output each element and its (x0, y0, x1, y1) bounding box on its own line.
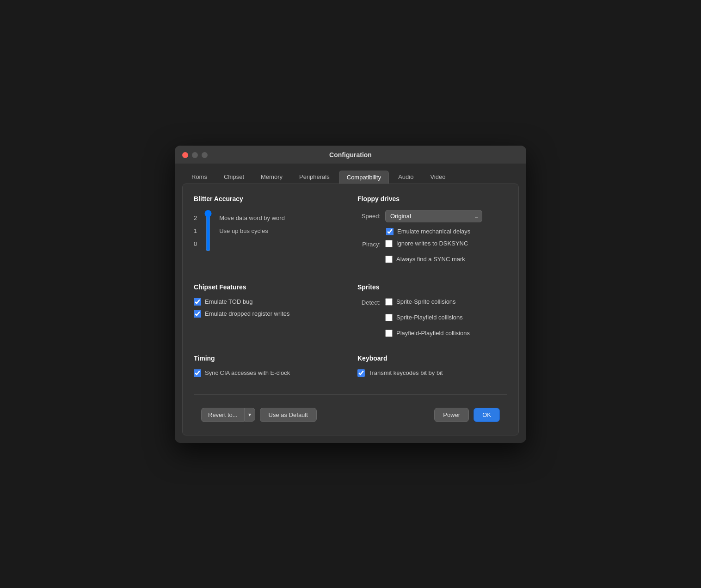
top-section: Blitter Accuracy 2 1 0 Move data word by… (194, 195, 507, 270)
sync-cia-checkbox[interactable] (194, 369, 201, 377)
speed-label: Speed: (357, 213, 381, 220)
detect-checkboxes: Sprite-Sprite collisions Sprite-Playfiel… (385, 298, 470, 342)
blitter-slider-section: 2 1 0 Move data word by word Use up bus … (194, 210, 344, 251)
bottom-bar: Revert to... ▾ Use as Default Power OK (194, 402, 507, 424)
timing-section: Timing Sync CIA accesses with E-clock (194, 355, 344, 381)
slider-number-labels: 2 1 0 (194, 210, 197, 251)
emulate-delays-row: Emulate mechanical delays (386, 228, 507, 235)
slider-descriptions: Move data word by word Use up bus cycles (219, 210, 285, 238)
maximize-button[interactable] (202, 152, 208, 158)
dropped-checkbox[interactable] (194, 310, 201, 318)
title-bar: Configuration (175, 146, 526, 164)
speed-select[interactable]: Original Fast Turbo (385, 210, 482, 222)
blitter-section: Blitter Accuracy 2 1 0 Move data word by… (194, 195, 344, 270)
emulate-delays-label[interactable]: Emulate mechanical delays (397, 228, 470, 235)
speed-row: Speed: Original Fast Turbo (357, 210, 507, 222)
sync-cia-label[interactable]: Sync CIA accesses with E-clock (205, 369, 290, 376)
sprite-sprite-checkbox[interactable] (385, 298, 393, 306)
use-as-default-button[interactable]: Use as Default (260, 408, 317, 422)
sync-cia-row: Sync CIA accesses with E-clock (194, 369, 344, 377)
tab-peripherals[interactable]: Peripherals (292, 171, 337, 184)
tod-checkbox[interactable] (194, 298, 201, 306)
blitter-slider-container (203, 210, 213, 251)
piracy-checkboxes: Ignore writes to DSKSYNC Always find a S… (385, 240, 468, 268)
ignore-dsksync-checkbox[interactable] (385, 240, 393, 247)
blitter-title: Blitter Accuracy (194, 195, 344, 202)
speed-select-wrapper: Original Fast Turbo (385, 210, 482, 222)
tab-chipset[interactable]: Chipset (216, 171, 252, 184)
tab-audio[interactable]: Audio (391, 171, 421, 184)
sprites-title: Sprites (357, 283, 507, 291)
tab-memory[interactable]: Memory (253, 171, 290, 184)
main-window: Configuration Roms Chipset Memory Periph… (175, 146, 526, 443)
piracy-label: Piracy: (357, 240, 381, 248)
sprite-playfield-label[interactable]: Sprite-Playfield collisions (396, 314, 463, 321)
tab-compatibility[interactable]: Compatibility (339, 171, 389, 184)
dropped-label[interactable]: Emulate dropped register writes (205, 310, 290, 317)
always-sync-label[interactable]: Always find a SYNC mark (396, 256, 465, 263)
sprite-sprite-label[interactable]: Sprite-Sprite collisions (396, 298, 456, 305)
timing-title: Timing (194, 355, 344, 362)
sprite-playfield-checkbox[interactable] (385, 314, 393, 321)
tod-label[interactable]: Emulate TOD bug (205, 298, 253, 305)
floppy-title: Floppy drives (357, 195, 507, 202)
transmit-row: Transmit keycodes bit by bit (357, 369, 507, 377)
transmit-checkbox[interactable] (357, 369, 365, 377)
divider (194, 394, 507, 395)
ignore-dsksync-row: Ignore writes to DSKSYNC (385, 240, 468, 247)
sprites-section: Sprites Detect: Sprite-Sprite collisions… (357, 283, 507, 342)
slider-label-0: 0 (194, 238, 197, 251)
minimize-button[interactable] (192, 152, 198, 158)
tod-row: Emulate TOD bug (194, 298, 344, 306)
slider-label-1: 1 (194, 225, 197, 238)
always-sync-checkbox[interactable] (385, 256, 393, 263)
close-button[interactable] (182, 152, 188, 158)
bottom-section: Timing Sync CIA accesses with E-clock Ke… (194, 355, 507, 381)
blitter-accuracy-slider[interactable] (203, 210, 213, 251)
keyboard-section: Keyboard Transmit keycodes bit by bit (357, 355, 507, 381)
window-title: Configuration (329, 151, 372, 159)
piracy-section: Piracy: Ignore writes to DSKSYNC Always … (357, 240, 507, 268)
detect-row: Detect: Sprite-Sprite collisions Sprite-… (357, 298, 507, 342)
playfield-playfield-checkbox[interactable] (385, 330, 393, 337)
emulate-delays-checkbox[interactable] (386, 228, 394, 235)
bottom-right: Power OK (434, 408, 500, 422)
playfield-playfield-row: Playfield-Playfield collisions (385, 330, 470, 337)
tab-roms[interactable]: Roms (184, 171, 215, 184)
transmit-label[interactable]: Transmit keycodes bit by bit (369, 369, 443, 376)
revert-wrapper: Revert to... ▾ (201, 408, 255, 422)
chipset-features-section: Chipset Features Emulate TOD bug Emulate… (194, 283, 344, 342)
dropped-row: Emulate dropped register writes (194, 310, 344, 318)
revert-button[interactable]: Revert to... (201, 408, 244, 422)
revert-dropdown-button[interactable]: ▾ (244, 408, 255, 422)
middle-section: Chipset Features Emulate TOD bug Emulate… (194, 283, 507, 342)
keyboard-title: Keyboard (357, 355, 507, 362)
power-button[interactable]: Power (434, 408, 469, 422)
content-area: Blitter Accuracy 2 1 0 Move data word by… (182, 184, 519, 435)
sprite-playfield-row: Sprite-Playfield collisions (385, 314, 470, 321)
bottom-left: Revert to... ▾ Use as Default (201, 408, 317, 422)
slider-label-2: 2 (194, 212, 197, 225)
chipset-features-title: Chipset Features (194, 283, 344, 291)
slider-desc-bus: Use up bus cycles (219, 225, 285, 238)
detect-label: Detect: (357, 298, 381, 306)
traffic-lights (182, 152, 208, 158)
sprite-sprite-row: Sprite-Sprite collisions (385, 298, 470, 306)
slider-desc-word: Move data word by word (219, 212, 285, 225)
tab-video[interactable]: Video (423, 171, 453, 184)
always-sync-row: Always find a SYNC mark (385, 256, 468, 263)
ok-button[interactable]: OK (473, 408, 500, 422)
floppy-section: Floppy drives Speed: Original Fast Turbo… (357, 195, 507, 270)
playfield-playfield-label[interactable]: Playfield-Playfield collisions (396, 330, 470, 337)
tabs-bar: Roms Chipset Memory Peripherals Compatib… (175, 164, 526, 184)
ignore-dsksync-label[interactable]: Ignore writes to DSKSYNC (396, 240, 468, 247)
